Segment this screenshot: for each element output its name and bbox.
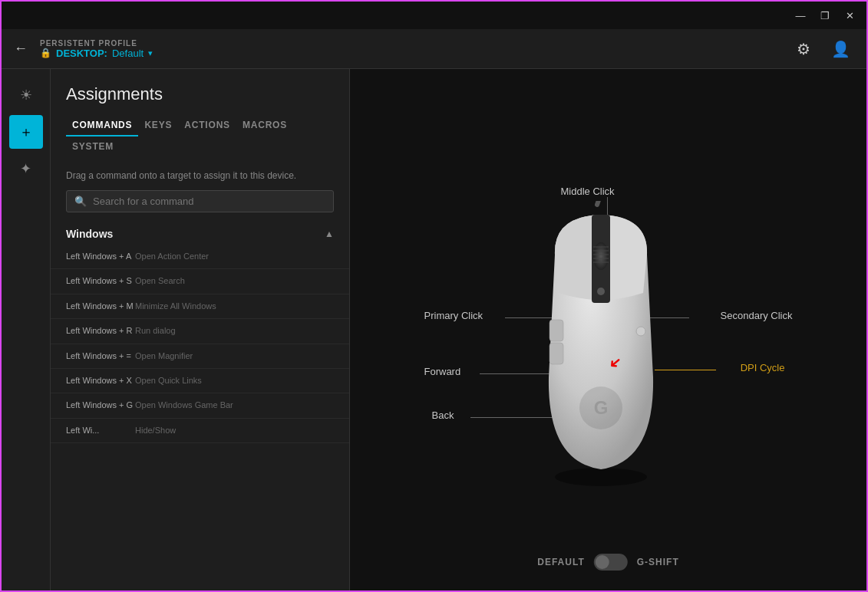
- tabs-row: COMMANDS KEYS ACTIONS MACROS SYSTEM: [66, 115, 334, 158]
- label-dpi-cycle: DPI Cycle: [741, 362, 785, 373]
- label-secondary-click: Secondary Click: [721, 310, 793, 321]
- cmd-key: Left Windows + X: [66, 375, 135, 386]
- label-middle-click: Middle Click: [561, 186, 615, 197]
- cmd-key: Left Wi...: [66, 425, 135, 436]
- back-button[interactable]: ←: [14, 41, 28, 57]
- search-box[interactable]: 🔍: [66, 190, 334, 212]
- persistent-label: PERSISTENT PROFILE: [40, 39, 790, 48]
- maximize-button[interactable]: ❐: [814, 7, 836, 24]
- profile-info: PERSISTENT PROFILE 🔒 DESKTOP: Default ▾: [40, 39, 790, 59]
- list-item[interactable]: Left Windows + = Open Magnifier: [51, 344, 349, 369]
- profile-chevron[interactable]: ▾: [148, 48, 153, 58]
- list-item[interactable]: Left Windows + S Open Search: [51, 269, 349, 294]
- desktop-row: 🔒 DESKTOP: Default ▾: [40, 48, 790, 59]
- svg-text:G: G: [593, 397, 608, 418]
- settings-button[interactable]: ⚙: [790, 35, 817, 63]
- desktop-text: DESKTOP:: [56, 48, 107, 59]
- svg-rect-10: [550, 320, 563, 341]
- cmd-key: Left Windows + R: [66, 325, 135, 337]
- label-primary-click: Primary Click: [424, 310, 484, 321]
- panel-title: Assignments: [66, 84, 334, 104]
- section-chevron: ▲: [325, 229, 334, 239]
- cmd-desc: Open Quick Links: [135, 375, 334, 386]
- tab-keys[interactable]: KEYS: [138, 115, 178, 136]
- toggle-thumb: [596, 555, 609, 569]
- cmd-desc: Minimize All Windows: [135, 301, 334, 312]
- cmd-key: Left Windows + M: [66, 301, 135, 312]
- mouse-visual: Middle Click Primary Click Secondary Cli…: [424, 140, 793, 523]
- svg-point-9: [636, 327, 645, 336]
- content-panel: Assignments COMMANDS KEYS ACTIONS MACROS…: [51, 69, 350, 592]
- minimize-button[interactable]: —: [790, 7, 811, 24]
- cmd-key: Left Windows + =: [66, 350, 135, 362]
- list-item[interactable]: Left Windows + A Open Action Center: [51, 245, 349, 269]
- list-item[interactable]: Left Windows + G Open Windows Game Bar: [51, 393, 349, 418]
- cmd-desc: Hide/Show: [135, 425, 334, 436]
- cmd-key: Left Windows + G: [66, 400, 135, 411]
- titlebar: — ❐ ✕: [2, 2, 866, 29]
- sidebar-item-lighting[interactable]: ☀: [9, 78, 43, 112]
- toggle-default-label: DEFAULT: [537, 557, 584, 567]
- search-input[interactable]: [93, 196, 325, 207]
- label-forward: Forward: [424, 366, 461, 377]
- list-item[interactable]: Left Windows + M Minimize All Windows: [51, 294, 349, 319]
- list-item[interactable]: Left Windows + X Open Quick Links: [51, 369, 349, 393]
- cmd-key: Left Windows + S: [66, 275, 135, 287]
- tab-commands[interactable]: COMMANDS: [66, 115, 138, 136]
- default-profile-label: Default: [112, 48, 144, 59]
- bottom-toggle-bar: DEFAULT G-SHIFT: [537, 554, 678, 571]
- cmd-desc: Open Windows Game Bar: [135, 400, 334, 411]
- lock-icon: 🔒: [40, 48, 51, 58]
- tab-system[interactable]: SYSTEM: [66, 136, 120, 158]
- main-layout: ☀ ＋ ✦ Assignments COMMANDS KEYS ACTIONS …: [2, 69, 866, 592]
- commands-list: Windows ▲ Left Windows + A Open Action C…: [51, 220, 349, 592]
- mouse-svg: G: [524, 201, 678, 492]
- cmd-desc: Open Action Center: [135, 251, 334, 262]
- svg-rect-11: [550, 343, 563, 364]
- cmd-desc: Run dialog: [135, 325, 334, 337]
- tab-actions[interactable]: ACTIONS: [178, 115, 236, 136]
- header: ← PERSISTENT PROFILE 🔒 DESKTOP: Default …: [2, 29, 866, 69]
- svg-point-0: [555, 468, 647, 486]
- panel-header: Assignments COMMANDS KEYS ACTIONS MACROS…: [51, 69, 349, 158]
- close-button[interactable]: ✕: [839, 7, 860, 24]
- cmd-desc: Open Magnifier: [135, 350, 334, 362]
- toggle-gshift-label: G-SHIFT: [637, 557, 679, 567]
- list-item[interactable]: Left Wi... Hide/Show: [51, 419, 349, 443]
- svg-point-12: [597, 288, 605, 295]
- icon-sidebar: ☀ ＋ ✦: [2, 69, 51, 592]
- sidebar-item-other[interactable]: ✦: [9, 152, 43, 186]
- user-button[interactable]: 👤: [827, 35, 854, 63]
- svg-point-3: [593, 242, 609, 270]
- tab-macros[interactable]: MACROS: [236, 115, 293, 136]
- cmd-key: Left Windows + A: [66, 251, 135, 262]
- label-back: Back: [432, 409, 454, 421]
- windows-section-header[interactable]: Windows ▲: [51, 220, 349, 245]
- section-title: Windows: [66, 228, 113, 240]
- list-item[interactable]: Left Windows + R Run dialog: [51, 319, 349, 344]
- drag-hint: Drag a command onto a target to assign i…: [51, 158, 349, 190]
- search-icon: 🔍: [74, 196, 87, 207]
- mouse-area: Middle Click Primary Click Secondary Cli…: [350, 69, 866, 592]
- toggle-switch[interactable]: [594, 554, 628, 571]
- cmd-desc: Open Search: [135, 275, 334, 287]
- sidebar-item-assignments[interactable]: ＋: [9, 115, 43, 149]
- header-icons: ⚙ 👤: [790, 35, 854, 63]
